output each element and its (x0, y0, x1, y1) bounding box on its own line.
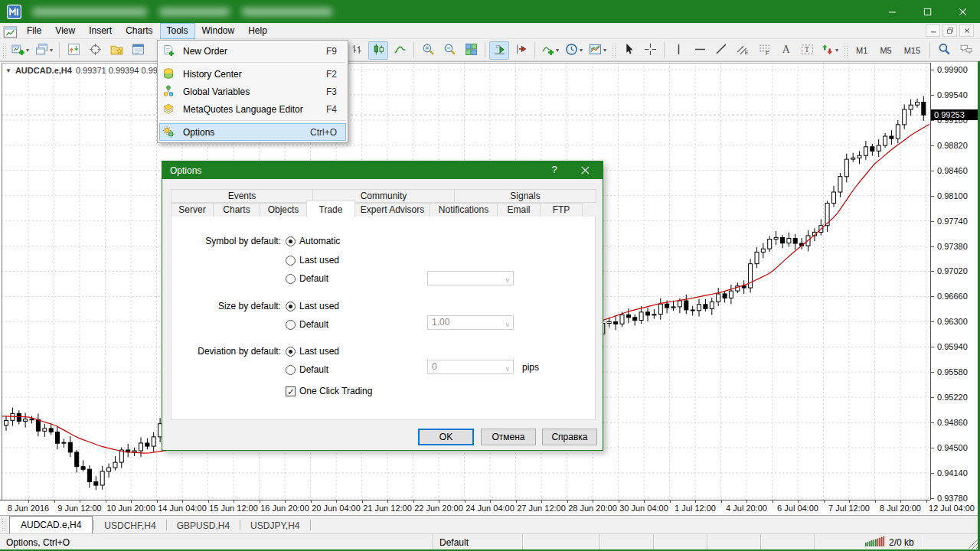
new-chart-button[interactable]: ▾ (9, 41, 31, 60)
candlestick-button[interactable] (368, 41, 388, 60)
radio-symbol-default[interactable]: Default (286, 273, 328, 284)
time-axis[interactable]: 8 Jun 20169 Jun 12:0010 Jun 20:0014 Jun … (0, 500, 930, 516)
radio-button[interactable] (286, 302, 296, 311)
zoom-in-button[interactable] (418, 41, 438, 60)
chevron-down-icon[interactable]: ∨ (505, 274, 510, 287)
child-minimize-button[interactable] (926, 24, 940, 37)
button-[interactable]: Справка (542, 429, 597, 445)
minimize-button[interactable] (874, 0, 910, 23)
combo-deviation-default[interactable]: 0∨ (427, 360, 514, 374)
templates-button[interactable]: ▾ (586, 41, 609, 60)
menu-item-options[interactable]: OptionsCtrl+O (159, 123, 346, 141)
chart-tab-usdchf-h4[interactable]: USDCHF,H4 (95, 518, 165, 533)
checkbox[interactable] (286, 386, 296, 396)
search-button[interactable] (934, 41, 954, 60)
indicators-button[interactable]: ▾ (539, 41, 561, 60)
text-button[interactable]: A (776, 41, 795, 60)
tab-trade[interactable]: Trade (306, 201, 355, 217)
menu-tools[interactable]: Tools (160, 23, 195, 39)
radio-size-default[interactable]: Default (286, 319, 328, 330)
chevron-down-icon[interactable]: ▾ (580, 47, 583, 54)
chevron-down-icon[interactable]: ∨ (505, 363, 510, 376)
menu-help[interactable]: Help (241, 23, 274, 39)
radio-button[interactable] (286, 320, 296, 330)
radio-button[interactable] (286, 236, 296, 246)
child-close-button[interactable] (959, 24, 974, 37)
toolbar-grip[interactable] (611, 42, 616, 59)
menu-insert[interactable]: Insert (82, 23, 119, 39)
menu-window[interactable]: Window (195, 23, 242, 39)
radio-button[interactable] (286, 365, 296, 375)
dialog-titlebar[interactable]: Options (162, 161, 603, 179)
radio-deviation-default[interactable]: Default (286, 364, 328, 375)
menu-item-global-variables[interactable]: Global VariablesF3 (159, 83, 346, 100)
tab-charts[interactable]: Charts (213, 203, 260, 217)
chart-shift-button[interactable] (511, 41, 531, 60)
chart-tab-usdjpy-h4[interactable]: USDJPY,H4 (241, 518, 309, 533)
toolbar-grip[interactable] (843, 42, 848, 59)
tab-ftp[interactable]: FTP (540, 203, 583, 217)
timeframe-m5-button[interactable]: M5 (874, 41, 897, 60)
terminal-button[interactable] (128, 41, 148, 60)
timeframe-m1-button[interactable]: M1 (851, 41, 873, 60)
checkbox-one-click-trading[interactable]: One Click Trading (286, 386, 372, 396)
tab-notifications[interactable]: Notifications (430, 203, 498, 217)
price-axis[interactable]: 0.99253 0.999000.995400.991800.988200.98… (930, 63, 980, 500)
tab-server[interactable]: Server (171, 203, 214, 217)
menu-charts[interactable]: Charts (119, 23, 159, 39)
vertical-line-button[interactable] (668, 41, 688, 60)
combo-size-default[interactable]: 1.00∨ (427, 315, 514, 330)
chevron-down-icon[interactable]: ▾ (50, 47, 53, 54)
radio-symbol-last-used[interactable]: Last used (286, 255, 339, 266)
trendline-button[interactable] (711, 41, 731, 60)
button-ok[interactable]: OK (418, 429, 474, 445)
tab-expert-advisors[interactable]: Expert Advisors (354, 203, 430, 217)
chevron-down-icon[interactable]: ▾ (835, 47, 838, 54)
close-button[interactable] (945, 0, 980, 23)
market-watch-button[interactable] (64, 41, 83, 60)
combo-symbol-default[interactable]: ∨ (427, 271, 514, 285)
arrows-button[interactable]: ▾ (818, 41, 841, 60)
tab-events[interactable]: Events (171, 189, 313, 203)
fibonacci-button[interactable]: F (754, 41, 774, 60)
radio-size-last-used[interactable]: Last used (286, 301, 339, 311)
crosshair-button[interactable] (640, 41, 660, 60)
menu-view[interactable]: View (48, 23, 82, 39)
menu-item-metaquotes-language-editor[interactable]: MetaQuotes Language EditorF4 (159, 100, 346, 118)
cursor-button[interactable] (619, 41, 639, 60)
periods-button[interactable]: ▾ (563, 41, 585, 60)
timeframe-m15-button[interactable]: M15 (899, 41, 926, 60)
chat-button[interactable] (956, 41, 975, 60)
dialog-help-button[interactable]: ? (547, 164, 561, 175)
radio-button[interactable] (286, 347, 296, 357)
chart-tab-gbpusd-h4[interactable]: GBPUSD,H4 (168, 518, 239, 533)
tab-objects[interactable]: Objects (260, 203, 307, 217)
button-[interactable]: Отмена (481, 429, 536, 445)
maximize-button[interactable] (910, 0, 945, 23)
horizontal-line-button[interactable] (690, 41, 710, 60)
radio-deviation-last-used[interactable]: Last used (286, 346, 339, 357)
child-restore-button[interactable] (942, 24, 957, 37)
chevron-down-icon[interactable]: ▾ (603, 47, 606, 54)
chevron-down-icon[interactable]: ▾ (26, 47, 29, 54)
radio-button[interactable] (286, 274, 296, 284)
tile-windows-button[interactable] (461, 41, 481, 60)
bar-chart-button[interactable] (347, 41, 367, 60)
zoom-out-button[interactable] (439, 41, 459, 60)
chart-header[interactable]: ▼ AUDCAD.e,H4 0.99371 0.99394 0.99092 (5, 66, 172, 75)
radio-symbol-automatic[interactable]: Automatic (286, 236, 340, 246)
tab-signals[interactable]: Signals (454, 189, 596, 203)
tab-bar-grip[interactable] (2, 518, 6, 532)
tab-email[interactable]: Email (497, 203, 541, 217)
status-template[interactable]: Default (433, 534, 523, 551)
menu-item-history-center[interactable]: History CenterF2 (159, 65, 346, 83)
text-label-button[interactable]: T (797, 41, 817, 60)
navigator-button[interactable] (106, 41, 126, 60)
toolbar-grip[interactable] (2, 42, 7, 59)
dialog-close-button[interactable] (580, 165, 592, 177)
radio-button[interactable] (286, 256, 296, 266)
menu-file[interactable]: File (20, 23, 48, 39)
channel-button[interactable]: E (733, 41, 753, 60)
chevron-down-icon[interactable]: ▾ (556, 47, 559, 54)
chevron-down-icon[interactable]: ∨ (505, 318, 510, 331)
